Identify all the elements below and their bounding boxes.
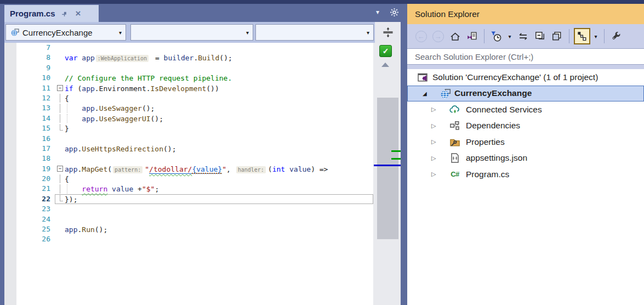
tree-item-label: Properties [466, 134, 505, 150]
code-line[interactable]: 20{ [4, 174, 373, 184]
collapsed-arrow-icon[interactable]: ▷ [431, 134, 436, 150]
code-text[interactable]: { [65, 94, 69, 103]
code-line[interactable]: 21 return value +"$"; [4, 184, 373, 194]
code-line[interactable]: 14 app.UseSwaggerUI(); [4, 114, 373, 123]
line-number: 7 [4, 43, 55, 53]
code-text[interactable]: if (app.Environment.IsDevelopment()) [65, 84, 219, 93]
tree-item-currencyexchange[interactable]: ◢CurrencyExchange [407, 86, 644, 102]
fold-margin [55, 114, 65, 123]
type-dropdown[interactable]: ▾ [130, 24, 253, 41]
pending-changes-filter-button[interactable] [489, 29, 503, 43]
gear-icon[interactable] [389, 7, 399, 17]
code-line[interactable]: 26 [4, 234, 373, 244]
code-text[interactable]: }); [65, 195, 77, 204]
show-all-files-button[interactable] [550, 29, 564, 43]
code-line[interactable]: 18 [4, 154, 373, 163]
properties-button[interactable] [609, 29, 623, 43]
filter-dropdown-arrow-icon[interactable]: ▾ [506, 33, 514, 39]
collapse-region-icon[interactable]: − [57, 166, 63, 172]
code-text[interactable]: } [65, 124, 69, 133]
solution-explorer-title[interactable]: Solution Explorer [407, 4, 644, 24]
tab-program-cs[interactable]: Program.cs × [4, 5, 99, 22]
back-button[interactable]: ← [414, 29, 428, 43]
code-text[interactable]: return value +"$"; [65, 184, 159, 193]
chevron-down-icon[interactable]: ▾ [373, 7, 383, 17]
close-icon[interactable]: × [74, 9, 83, 18]
fold-margin [55, 134, 65, 143]
tree-item-label: Dependencies [466, 118, 520, 134]
code-text[interactable]: // Configure the HTTP request pipeline. [65, 74, 232, 82]
code-line[interactable]: 24 [4, 214, 373, 224]
tree-item-appsettings-json[interactable]: ▷appsettings.json [407, 150, 644, 167]
code-analysis-ok-icon[interactable]: ✓ [379, 45, 392, 57]
fold-margin [55, 104, 65, 112]
code-text[interactable]: var app:WebApplication = builder.Build()… [65, 53, 232, 62]
pin-icon[interactable] [60, 9, 69, 18]
fold-margin[interactable]: − [55, 84, 65, 93]
code-line[interactable]: 11−if (app.Environment.IsDevelopment()) [4, 83, 373, 93]
wrench-icon [611, 31, 622, 42]
editor-vertical-scrollbar[interactable]: ✓ [373, 43, 401, 305]
fold-margin [55, 144, 65, 153]
collapsed-arrow-icon[interactable]: ▷ [431, 150, 436, 167]
code-line[interactable]: 12{ [4, 93, 373, 103]
code-editor[interactable]: 78var app:WebApplication = builder.Build… [4, 43, 373, 305]
collapsed-arrow-icon[interactable]: ▷ [431, 101, 436, 118]
fold-margin [55, 195, 65, 204]
fold-margin[interactable]: − [55, 165, 65, 173]
tree-item-properties[interactable]: ▷Properties [407, 134, 644, 150]
collapsed-arrow-icon[interactable]: ▷ [431, 166, 436, 183]
solution-explorer-toolbar: ← → ▾ ▾ [407, 24, 644, 48]
line-number: 9 [4, 63, 55, 73]
code-line[interactable]: 10// Configure the HTTP request pipeline… [4, 73, 373, 83]
switch-views-button[interactable] [465, 29, 479, 43]
code-line[interactable]: 25app.Run(); [4, 224, 373, 234]
solution-view-toggle-button[interactable] [574, 28, 590, 44]
collapse-all-icon [534, 31, 545, 42]
scrollbar-thumb[interactable] [377, 98, 398, 239]
split-window-button[interactable] [375, 22, 401, 43]
fold-margin [55, 215, 65, 224]
search-input[interactable] [407, 48, 644, 65]
tree-item-label: CurrencyExchange [454, 86, 532, 101]
expanded-arrow-icon[interactable]: ◢ [423, 86, 427, 101]
code-line[interactable]: 9 [4, 63, 373, 73]
code-text[interactable]: { [65, 174, 69, 183]
code-line[interactable]: 17app.UseHttpsRedirection(); [4, 144, 373, 154]
code-line[interactable]: 8var app:WebApplication = builder.Build(… [4, 53, 373, 63]
code-text[interactable]: app.UseHttpsRedirection(); [65, 144, 176, 153]
switch-views-icon [467, 31, 477, 42]
dropdown-arrow-icon: ▾ [119, 30, 122, 36]
code-line[interactable]: 13 app.UseSwagger(); [4, 103, 373, 113]
code-text[interactable]: app.Run(); [65, 225, 107, 234]
tree-item-program-cs[interactable]: ▷C#Program.cs [407, 166, 644, 183]
code-line[interactable]: 19−app.MapGet(pattern:"/todollar/{value}… [4, 164, 373, 174]
code-line[interactable]: 7 [4, 43, 373, 53]
code-line[interactable]: 15} [4, 123, 373, 133]
tree-item-solution-currencyexchange-1-of-1-project[interactable]: Solution 'CurrencyExchange' (1 of 1 proj… [407, 69, 644, 86]
tree-item-connected-services[interactable]: ▷Connected Services [407, 101, 644, 118]
forward-icon: → [432, 31, 444, 42]
code-line[interactable]: 23 [4, 204, 373, 214]
scroll-up-arrow-icon[interactable] [381, 63, 389, 67]
collapse-region-icon[interactable]: − [57, 85, 63, 91]
code-text[interactable]: app.MapGet(pattern:"/todollar/{value}", … [65, 165, 328, 173]
code-text[interactable]: app.UseSwaggerUI(); [65, 114, 163, 123]
view-dropdown-arrow-icon[interactable]: ▾ [592, 33, 600, 39]
properties-icon [449, 137, 460, 148]
code-line[interactable]: 16 [4, 134, 373, 144]
tree-item-dependencies[interactable]: ▷Dependencies [407, 118, 644, 134]
project-dropdown[interactable]: CurrencyExchange ▾ [5, 24, 126, 41]
member-dropdown[interactable]: ▾ [255, 24, 374, 41]
home-button[interactable] [448, 29, 462, 43]
fold-margin [55, 174, 65, 183]
collapsed-arrow-icon[interactable]: ▷ [431, 118, 436, 134]
fold-margin [55, 154, 65, 163]
sync-with-active-document-button[interactable] [516, 29, 530, 43]
code-text[interactable]: app.UseSwagger(); [65, 104, 155, 112]
fold-margin [55, 94, 65, 103]
forward-button[interactable]: → [431, 29, 445, 43]
code-line[interactable]: 22}); [4, 194, 373, 204]
collapse-all-button[interactable] [533, 29, 547, 43]
tree-item-label: Solution 'CurrencyExchange' (1 of 1 proj… [432, 69, 598, 86]
